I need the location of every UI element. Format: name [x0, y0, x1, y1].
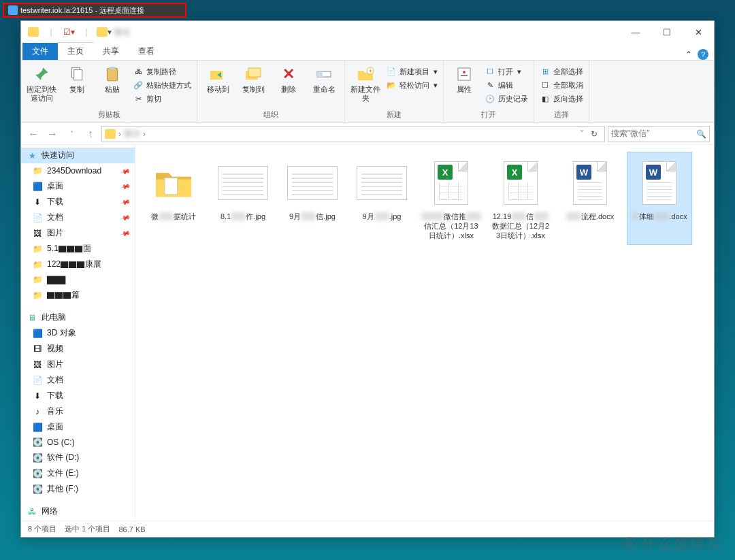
new-item-button[interactable]: 📄新建项目▾	[383, 65, 440, 78]
ribbon-collapse-icon[interactable]: ⌃	[685, 50, 692, 59]
sidebar-item[interactable]: ⬇下载📌	[21, 194, 135, 210]
sidebar-item[interactable]: ⬇下载	[21, 388, 135, 403]
tab-file[interactable]: 文件	[22, 43, 58, 60]
sidebar-item[interactable]: 📁122▇▇▇康展	[21, 257, 135, 272]
nav-back-button[interactable]: ←	[25, 126, 42, 142]
copyto-button[interactable]: 复制到	[235, 62, 271, 97]
breadcrumb-segment[interactable]: 微信	[124, 128, 140, 139]
sidebar-item[interactable]: 📄文档📌	[21, 210, 135, 225]
sidebar-item[interactable]: 💽文件 (E:)	[21, 465, 135, 481]
sidebar-item[interactable]: 📄文档	[21, 372, 135, 388]
qat-folder2-icon[interactable]: ▾	[96, 24, 112, 40]
folder-icon: 📁	[32, 244, 43, 254]
sidebar-item[interactable]: 💽软件 (D:)	[21, 450, 135, 465]
sidebar-thispc[interactable]: 🖥 此电脑	[21, 310, 135, 325]
nav-up-button[interactable]: ↑	[82, 126, 99, 142]
sidebar-item[interactable]: 💽OS (C:)	[21, 435, 135, 450]
delete-button[interactable]: ✕删除	[271, 62, 306, 97]
folder-icon: 📄	[32, 212, 43, 223]
new-folder-button[interactable]: ✦新建文件夹	[348, 62, 383, 105]
tab-share[interactable]: 共享	[93, 43, 129, 60]
sidebar-item-label: 图片	[47, 359, 63, 370]
group-new-label: 新建	[348, 108, 440, 121]
docx-icon: W	[573, 161, 607, 205]
address-field[interactable]: › 微信 › ˅ ↻	[101, 126, 605, 142]
sidebar-item-label: 5.1▇▇▇面	[47, 243, 91, 254]
sidebar-quickaccess[interactable]: ★ 快速访问	[21, 148, 135, 163]
moveto-button[interactable]: 移动到	[200, 62, 235, 97]
open-icon: ☐	[485, 66, 495, 77]
refresh-button[interactable]: ↻	[587, 129, 602, 139]
pin-icon: 📌	[120, 181, 131, 192]
help-icon[interactable]: ?	[698, 49, 708, 60]
edit-button[interactable]: ✎编辑	[482, 78, 531, 92]
minimize-button[interactable]: —	[620, 21, 651, 43]
file-item[interactable]: 9月▇▇信.jpg	[280, 152, 345, 245]
sidebar-item[interactable]: 🟦桌面📌	[21, 178, 135, 194]
status-count: 8 个项目	[28, 524, 56, 534]
sidebar-item[interactable]: 🎞视频	[21, 341, 135, 357]
address-dropdown[interactable]: ˅	[580, 129, 584, 139]
sidebar-item[interactable]: 💽其他 (F:)	[21, 481, 135, 497]
sidebar-item[interactable]: 🖼图片	[21, 357, 135, 372]
tab-home[interactable]: 主页	[58, 42, 93, 60]
copy-button[interactable]: 复制	[59, 62, 95, 97]
sidebar-item[interactable]: 📁▇▇▇篇	[21, 287, 135, 303]
sidebar-item[interactable]: 📁2345Download📌	[21, 163, 135, 178]
open-button[interactable]: ☐打开▾	[482, 65, 531, 78]
file-item[interactable]: W▇▇流程.docx	[557, 152, 623, 245]
sidebar-item-label: 122▇▇▇康展	[47, 259, 101, 270]
group-clipboard-label: 剪贴板	[24, 108, 194, 121]
sidebar-item[interactable]: 🟦3D 对象	[21, 325, 135, 341]
invert-selection-button[interactable]: ◧反向选择	[537, 92, 586, 105]
search-field[interactable]: 搜索"微信" 🔍	[608, 126, 710, 142]
copy-path-button[interactable]: 🖧复制路径	[130, 65, 194, 78]
docx-icon: W	[642, 161, 676, 205]
qat-folder-icon[interactable]	[25, 24, 42, 40]
pin-quickaccess-button[interactable]: 固定到快速访问	[24, 62, 59, 105]
history-button[interactable]: 🕑历史记录	[482, 92, 531, 105]
sidebar-item[interactable]: 📁▇▇▇	[21, 272, 135, 287]
rename-button[interactable]: 重命名	[306, 62, 342, 97]
select-none-button[interactable]: ☐全部取消	[537, 78, 586, 92]
rdp-title-bar: testwriter.iok.la:21615 - 远程桌面连接	[3, 3, 186, 18]
paste-shortcut-button[interactable]: 🔗粘贴快捷方式	[130, 78, 194, 92]
paste-button[interactable]: 粘贴	[95, 62, 130, 97]
breadcrumb-sep: ›	[143, 129, 146, 139]
paste-icon	[103, 65, 122, 84]
close-button[interactable]: ✕	[683, 21, 714, 43]
file-item[interactable]: 9月▇▇.jpg	[349, 152, 414, 245]
pin-icon: 📌	[120, 165, 131, 176]
status-bar: 8 个项目 选中 1 个项目 86.7 KB	[21, 521, 714, 537]
sidebar-item[interactable]: ♪音乐	[21, 403, 135, 419]
status-size: 86.7 KB	[118, 525, 145, 533]
search-icon[interactable]: 🔍	[696, 129, 706, 139]
nav-forward-button[interactable]: →	[44, 126, 61, 142]
file-item[interactable]: 8.1▇▇作.jpg	[210, 152, 276, 245]
sidebar-item[interactable]: 📁5.1▇▇▇面	[21, 241, 135, 257]
sidebar-item-label: 下载	[47, 196, 63, 208]
file-item[interactable]: 微▇▇据统计	[141, 152, 206, 245]
cut-button[interactable]: ✂剪切	[130, 92, 194, 105]
sidebar-item-label: 软件 (D:)	[47, 452, 79, 463]
file-item[interactable]: W▇体细▇▇.docx	[627, 152, 692, 245]
file-name: 8.1▇▇作.jpg	[220, 212, 265, 222]
sidebar-item[interactable]: 🖼图片📌	[21, 225, 135, 241]
sidebar-network[interactable]: 🖧 网络	[21, 504, 135, 519]
nav-history-dropdown[interactable]: ˅	[63, 126, 80, 142]
qat-check-icon[interactable]: ☑▾	[61, 24, 77, 40]
sidebar-item[interactable]: 🟦桌面	[21, 419, 135, 435]
rdp-title-text: testwriter.iok.la:21615 - 远程桌面连接	[20, 5, 144, 16]
sidebar-item-label: 桌面	[47, 421, 63, 433]
properties-button[interactable]: 属性	[446, 62, 482, 97]
qat-separator: |	[43, 24, 59, 40]
file-list[interactable]: 微▇▇据统计8.1▇▇作.jpg9月▇▇信.jpg9月▇▇.jpgX▇▇▇微信推…	[135, 145, 714, 521]
file-item[interactable]: X▇▇▇微信推▇▇信汇总（12月13日统计）.xlsx	[419, 152, 484, 245]
select-all-button[interactable]: ⊞全部选择	[537, 65, 586, 78]
file-item[interactable]: X12.19▇▇信▇▇数据汇总（12月23日统计）.xlsx	[488, 152, 553, 245]
folder-icon: 📁	[32, 274, 43, 285]
folder-icon: 🟦	[32, 181, 43, 192]
maximize-button[interactable]: ☐	[651, 21, 683, 43]
easy-access-button[interactable]: 📂轻松访问▾	[383, 78, 440, 92]
tab-view[interactable]: 查看	[129, 43, 164, 60]
